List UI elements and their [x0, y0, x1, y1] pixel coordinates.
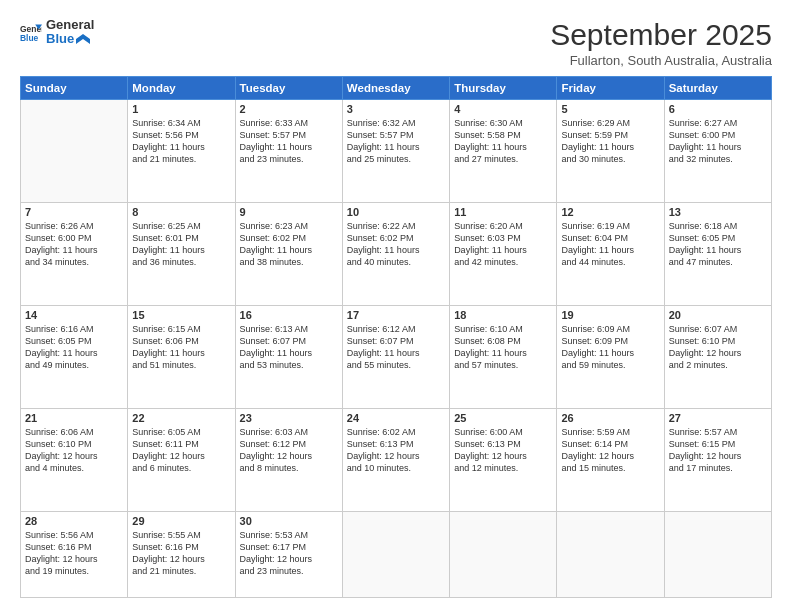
day-info: Sunrise: 6:20 AMSunset: 6:03 PMDaylight:…	[454, 220, 552, 269]
day-info: Sunrise: 6:34 AMSunset: 5:56 PMDaylight:…	[132, 117, 230, 166]
calendar-cell: 28Sunrise: 5:56 AMSunset: 6:16 PMDayligh…	[21, 511, 128, 597]
calendar-week-row: 7Sunrise: 6:26 AMSunset: 6:00 PMDaylight…	[21, 202, 772, 305]
day-info-line: Sunrise: 6:16 AM	[25, 324, 94, 334]
day-info: Sunrise: 6:05 AMSunset: 6:11 PMDaylight:…	[132, 426, 230, 475]
calendar-header-monday: Monday	[128, 77, 235, 100]
day-info-line: Daylight: 11 hours	[454, 245, 527, 255]
day-info: Sunrise: 6:03 AMSunset: 6:12 PMDaylight:…	[240, 426, 338, 475]
calendar-cell: 21Sunrise: 6:06 AMSunset: 6:10 PMDayligh…	[21, 408, 128, 511]
day-info-line: Sunset: 6:02 PM	[240, 233, 307, 243]
calendar-table: SundayMondayTuesdayWednesdayThursdayFrid…	[20, 76, 772, 598]
day-info-line: and 51 minutes.	[132, 360, 196, 370]
day-info-line: Sunrise: 5:59 AM	[561, 427, 630, 437]
day-info: Sunrise: 6:33 AMSunset: 5:57 PMDaylight:…	[240, 117, 338, 166]
calendar-cell	[557, 511, 664, 597]
day-info-line: and 32 minutes.	[669, 154, 733, 164]
day-number: 7	[25, 206, 123, 218]
day-info-line: Daylight: 12 hours	[669, 348, 742, 358]
logo-line2: Blue	[46, 32, 94, 46]
day-info-line: Daylight: 11 hours	[561, 348, 634, 358]
day-info-line: Sunrise: 6:29 AM	[561, 118, 630, 128]
day-number: 2	[240, 103, 338, 115]
day-info-line: Daylight: 12 hours	[240, 554, 313, 564]
calendar-cell: 29Sunrise: 5:55 AMSunset: 6:16 PMDayligh…	[128, 511, 235, 597]
day-info: Sunrise: 6:06 AMSunset: 6:10 PMDaylight:…	[25, 426, 123, 475]
day-info-line: Daylight: 11 hours	[561, 142, 634, 152]
calendar-cell: 17Sunrise: 6:12 AMSunset: 6:07 PMDayligh…	[342, 305, 449, 408]
day-info: Sunrise: 6:10 AMSunset: 6:08 PMDaylight:…	[454, 323, 552, 372]
day-info-line: Daylight: 11 hours	[347, 348, 420, 358]
day-info-line: and 21 minutes.	[132, 566, 196, 576]
day-info-line: Sunset: 6:13 PM	[454, 439, 521, 449]
day-number: 26	[561, 412, 659, 424]
day-info-line: Daylight: 11 hours	[347, 245, 420, 255]
day-info-line: Daylight: 11 hours	[240, 142, 313, 152]
day-info-line: Sunrise: 6:02 AM	[347, 427, 416, 437]
day-info-line: and 49 minutes.	[25, 360, 89, 370]
day-info-line: and 8 minutes.	[240, 463, 299, 473]
day-info-line: Sunrise: 6:27 AM	[669, 118, 738, 128]
day-info-line: Sunset: 6:11 PM	[132, 439, 199, 449]
day-info-line: and 47 minutes.	[669, 257, 733, 267]
calendar-cell: 11Sunrise: 6:20 AMSunset: 6:03 PMDayligh…	[450, 202, 557, 305]
day-number: 15	[132, 309, 230, 321]
calendar-cell	[342, 511, 449, 597]
title-area: September 2025 Fullarton, South Australi…	[550, 18, 772, 68]
day-info-line: Sunset: 5:58 PM	[454, 130, 521, 140]
day-info: Sunrise: 6:00 AMSunset: 6:13 PMDaylight:…	[454, 426, 552, 475]
day-info-line: Sunset: 6:00 PM	[25, 233, 92, 243]
calendar-week-row: 21Sunrise: 6:06 AMSunset: 6:10 PMDayligh…	[21, 408, 772, 511]
calendar-cell: 23Sunrise: 6:03 AMSunset: 6:12 PMDayligh…	[235, 408, 342, 511]
day-info-line: Daylight: 11 hours	[454, 142, 527, 152]
logo: General Blue General Blue	[20, 18, 94, 47]
day-info-line: and 59 minutes.	[561, 360, 625, 370]
calendar-header-friday: Friday	[557, 77, 664, 100]
day-info-line: Daylight: 11 hours	[454, 348, 527, 358]
day-info-line: Sunrise: 6:20 AM	[454, 221, 523, 231]
day-number: 19	[561, 309, 659, 321]
day-info-line: Daylight: 12 hours	[561, 451, 634, 461]
svg-marker-4	[76, 34, 90, 44]
day-info: Sunrise: 6:26 AMSunset: 6:00 PMDaylight:…	[25, 220, 123, 269]
day-number: 5	[561, 103, 659, 115]
day-info-line: Sunrise: 6:12 AM	[347, 324, 416, 334]
day-info-line: Daylight: 11 hours	[561, 245, 634, 255]
day-info-line: Sunrise: 6:34 AM	[132, 118, 201, 128]
day-number: 1	[132, 103, 230, 115]
day-info: Sunrise: 6:30 AMSunset: 5:58 PMDaylight:…	[454, 117, 552, 166]
day-number: 18	[454, 309, 552, 321]
day-info-line: Sunrise: 6:19 AM	[561, 221, 630, 231]
day-info-line: Daylight: 12 hours	[132, 451, 205, 461]
day-info-line: and 40 minutes.	[347, 257, 411, 267]
day-number: 25	[454, 412, 552, 424]
day-info-line: and 30 minutes.	[561, 154, 625, 164]
day-info-line: Sunset: 6:03 PM	[454, 233, 521, 243]
day-info-line: Sunrise: 6:09 AM	[561, 324, 630, 334]
day-info-line: Sunset: 6:06 PM	[132, 336, 199, 346]
calendar-header-tuesday: Tuesday	[235, 77, 342, 100]
day-info-line: Sunrise: 6:18 AM	[669, 221, 738, 231]
day-info-line: Sunrise: 5:55 AM	[132, 530, 201, 540]
day-info-line: Sunrise: 6:07 AM	[669, 324, 738, 334]
day-info-line: Sunrise: 6:13 AM	[240, 324, 309, 334]
day-info-line: and 53 minutes.	[240, 360, 304, 370]
day-info: Sunrise: 5:57 AMSunset: 6:15 PMDaylight:…	[669, 426, 767, 475]
day-number: 3	[347, 103, 445, 115]
day-info: Sunrise: 6:27 AMSunset: 6:00 PMDaylight:…	[669, 117, 767, 166]
day-info-line: Sunset: 6:16 PM	[25, 542, 92, 552]
calendar-cell: 16Sunrise: 6:13 AMSunset: 6:07 PMDayligh…	[235, 305, 342, 408]
day-number: 14	[25, 309, 123, 321]
calendar-cell: 4Sunrise: 6:30 AMSunset: 5:58 PMDaylight…	[450, 100, 557, 203]
day-info-line: Daylight: 12 hours	[454, 451, 527, 461]
day-number: 16	[240, 309, 338, 321]
day-info: Sunrise: 6:29 AMSunset: 5:59 PMDaylight:…	[561, 117, 659, 166]
calendar-header-thursday: Thursday	[450, 77, 557, 100]
day-number: 28	[25, 515, 123, 527]
day-info: Sunrise: 6:07 AMSunset: 6:10 PMDaylight:…	[669, 323, 767, 372]
calendar-week-row: 1Sunrise: 6:34 AMSunset: 5:56 PMDaylight…	[21, 100, 772, 203]
calendar-header-wednesday: Wednesday	[342, 77, 449, 100]
day-info-line: and 42 minutes.	[454, 257, 518, 267]
day-info-line: Daylight: 12 hours	[240, 451, 313, 461]
day-info-line: Sunrise: 5:57 AM	[669, 427, 738, 437]
day-info-line: Sunrise: 6:00 AM	[454, 427, 523, 437]
